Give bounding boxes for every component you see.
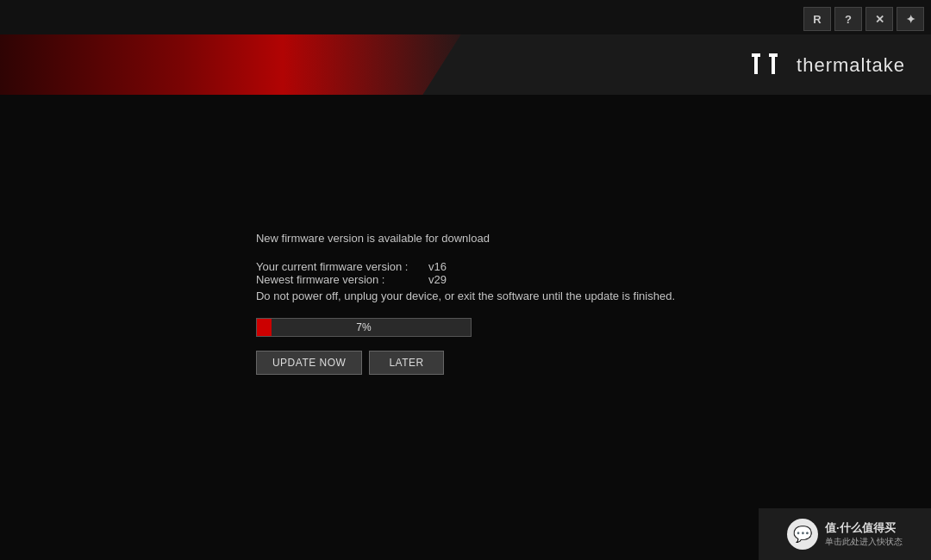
record-button[interactable]: R xyxy=(803,7,831,31)
button-row: UPDATE NOW LATER xyxy=(256,351,444,375)
header: R ? ✕ ✦ thermaltake xyxy=(0,0,931,95)
main-content: New firmware version is available for do… xyxy=(0,95,931,560)
progress-bar-container: 7% xyxy=(256,318,472,337)
progress-label: 7% xyxy=(257,321,471,333)
svg-rect-1 xyxy=(754,57,758,74)
svg-rect-2 xyxy=(769,53,778,57)
logo-text: thermaltake xyxy=(797,54,905,77)
newest-firmware-row: Newest firmware version : v29 xyxy=(256,273,447,286)
current-firmware-row: Your current firmware version : v16 xyxy=(256,260,447,273)
close-button[interactable]: ✕ xyxy=(865,7,893,31)
help-button[interactable]: ? xyxy=(834,7,862,31)
tt-logo-icon xyxy=(750,52,786,79)
watermark-text-block: 值·什么值得买 单击此处进入快状态 xyxy=(825,520,903,548)
watermark-title: 值·什么值得买 xyxy=(825,520,903,536)
current-firmware-value: v16 xyxy=(428,260,447,273)
watermark-icon: 💬 xyxy=(787,519,818,550)
warning-text: Do not power off, unplug your device, or… xyxy=(256,289,675,302)
update-now-button[interactable]: UPDATE NOW xyxy=(256,351,362,375)
newest-firmware-label: Newest firmware version : xyxy=(256,273,428,286)
newest-firmware-value: v29 xyxy=(428,273,447,286)
window-controls: R ? ✕ ✦ xyxy=(803,7,924,31)
svg-rect-3 xyxy=(772,57,775,74)
later-button[interactable]: LATER xyxy=(369,351,443,375)
logo-area: thermaltake xyxy=(750,52,905,79)
header-dark-stripe xyxy=(0,0,931,34)
current-firmware-label: Your current firmware version : xyxy=(256,260,428,273)
dialog-box: New firmware version is available for do… xyxy=(256,228,675,375)
settings-button[interactable]: ✦ xyxy=(897,7,924,31)
watermark-sub: 单击此处进入快状态 xyxy=(825,536,903,548)
firmware-available-text: New firmware version is available for do… xyxy=(256,228,490,248)
watermark: 💬 值·什么值得买 单击此处进入快状态 xyxy=(759,508,931,560)
svg-rect-0 xyxy=(752,53,760,57)
